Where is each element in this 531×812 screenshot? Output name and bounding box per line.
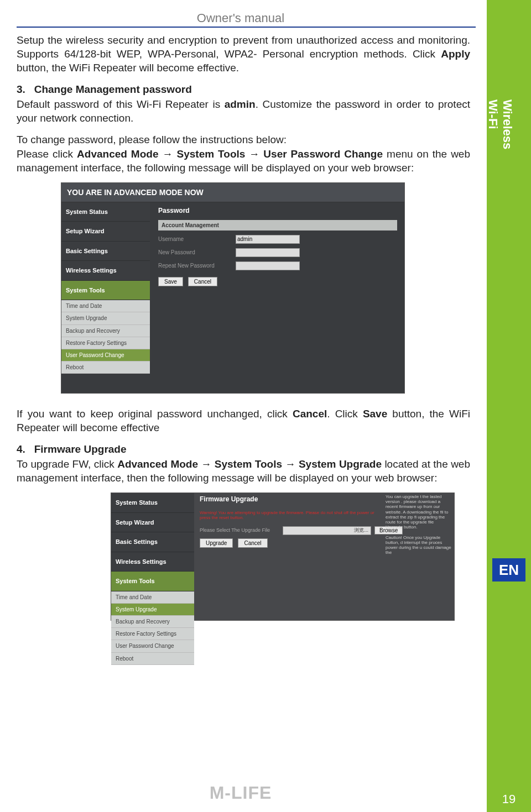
warning-text: Warning! You are attempting to upgrade t… [200,509,377,523]
heading-title: Change Management password [34,83,192,95]
paragraph-default-password: Default password of this Wi-Fi Repeater … [17,97,470,125]
paragraph-keep-original: If you want to keep original password un… [17,407,470,434]
text: button, the WiFi Repeater will become ef… [17,62,239,74]
nav2-setup-wizard[interactable]: Setup Wizard [111,513,194,533]
nav2-system-tools[interactable]: System Tools [111,572,194,591]
new-password-input[interactable] [236,248,300,257]
nav-basic-settings[interactable]: Basic Settings [61,242,150,261]
text: Please click [17,148,77,160]
nav-sidebar-2: System Status Setup Wizard Basic Setting… [111,493,194,665]
section-3-heading: 3. Change Management password [17,82,470,96]
footer-logo: M-LIFE [0,783,481,803]
nav2-sub-restore-factory[interactable]: Restore Factory Settings [111,628,194,640]
nav-system-status[interactable]: System Status [61,202,150,222]
row-repeat-password: Repeat New Password [158,261,404,270]
cancel-button-2[interactable]: Cancel [238,538,267,548]
nav-sidebar: System Status Setup Wizard Basic Setting… [61,202,150,374]
screenshot-firmware-upgrade: System Status Setup Wizard Basic Setting… [111,493,455,621]
section-account-management: Account Management [158,220,397,230]
nav2-sub-system-upgrade[interactable]: System Upgrade [111,604,194,616]
nav-sub-reboot[interactable]: Reboot [61,362,150,374]
row-new-password: New Passowrd [158,248,404,257]
nav2-system-status[interactable]: System Status [111,493,194,513]
username-input[interactable] [236,235,300,244]
cancel-bold: Cancel [293,408,327,420]
heading-number: 4. [17,443,25,455]
username-label: Username [158,235,236,243]
paragraph-intro: Setup the wireless security and encrypti… [17,33,470,75]
page-number: 19 [487,792,531,806]
nav-system-tools[interactable]: System Tools [61,281,150,301]
nav-sub-time-date[interactable]: Time and Date [61,300,150,312]
text: Setup the wireless security and encrypti… [17,34,470,60]
nav2-basic-settings[interactable]: Basic Settings [111,532,194,552]
nav-wireless-settings[interactable]: Wireless Settings [61,261,150,281]
advanced-mode-header: YOU ARE IN ADVANCED MODE NOW [61,183,404,202]
side-vertical-label: Wireless Wi-Fi Repeater [471,99,514,151]
new-password-label: New Passowrd [158,249,236,256]
nav2-sub-time-date[interactable]: Time and Date [111,591,194,604]
text: If you want to keep original password un… [17,408,293,420]
header-divider [17,27,476,28]
nav2-sub-backup-recovery[interactable]: Backup and Recovery [111,616,194,628]
nav-sub-restore-factory[interactable]: Restore Factory Settings [61,337,150,349]
language-badge: EN [492,558,525,582]
apply-bold: Apply [441,48,470,60]
file-input-box[interactable]: 浏览... [283,526,371,535]
section-4-heading: 4. Firmware Upgrade [17,442,470,456]
content-title-password: Password [158,202,404,220]
nav2-sub-reboot[interactable]: Reboot [111,653,194,665]
heading-number: 3. [17,83,25,95]
paragraph-firmware-upgrade: To upgrade FW, click Advanced Mode → Sys… [17,457,470,485]
text: To upgrade FW, click [17,458,117,470]
row-username: Username [158,235,404,244]
breadcrumb-bold: Advanced Mode → System Tools → User Pass… [77,148,383,160]
repeat-password-label: Repeat New Password [158,262,236,269]
nav-sub-backup-recovery[interactable]: Backup and Recovery [61,325,150,337]
upgrade-button[interactable]: Upgrade [200,538,233,548]
heading-title: Firmware Upgrade [34,443,127,455]
cancel-button[interactable]: Cancel [188,277,217,286]
nav-sub-system-upgrade[interactable]: System Upgrade [61,312,150,324]
nav2-wireless-settings[interactable]: Wireless Settings [111,552,194,572]
screenshot-password-change: YOU ARE IN ADVANCED MODE NOW System Stat… [61,182,405,394]
text: To change password, please follow the in… [17,134,287,145]
text: Default password of this Wi-Fi Repeater … [17,98,225,110]
paragraph-change-password: To change password, please follow the in… [17,133,470,174]
nav-sub-user-password-change[interactable]: User Password Change [61,349,150,362]
nav-setup-wizard[interactable]: Setup Wizard [61,222,150,242]
file-inner-button[interactable]: 浏览... [354,527,368,534]
save-bold: Save [363,408,387,420]
breadcrumb-bold-2: Advanced Mode → System Tools → System Up… [117,458,382,470]
nav2-sub-user-password-change[interactable]: User Password Change [111,640,194,652]
page-header-title: Owner's manual [0,11,481,25]
save-button[interactable]: Save [158,277,183,286]
admin-bold: admin [225,98,256,110]
text: . Click [327,408,363,420]
repeat-password-input[interactable] [236,261,300,270]
file-select-label: Please Select The Upgrade File [200,527,283,534]
help-panel-text: You can upgrade t the lasted version . p… [386,494,452,555]
